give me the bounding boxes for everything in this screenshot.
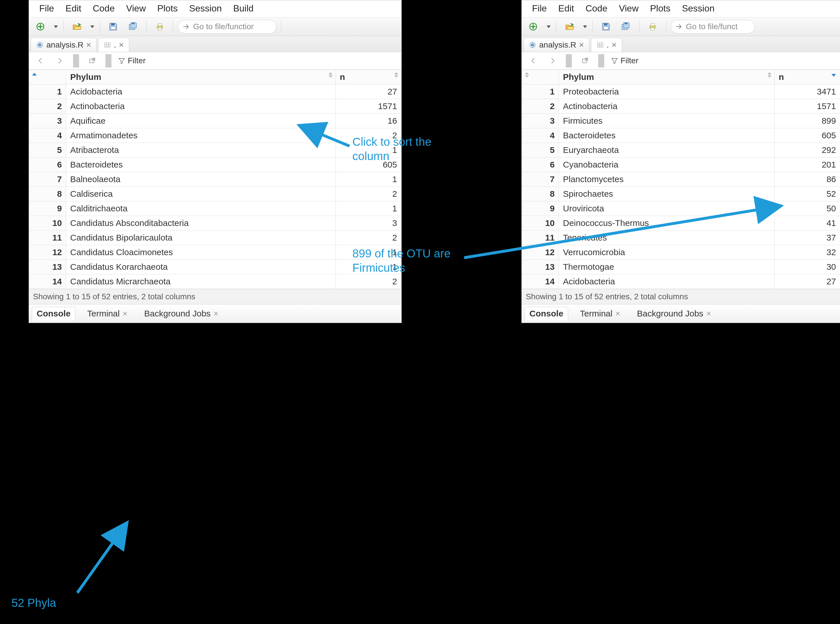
table-row[interactable]: 1Acidobacteria27 bbox=[29, 85, 401, 99]
table-row[interactable]: 11Tenericutes37 bbox=[522, 230, 840, 245]
close-icon[interactable]: × bbox=[616, 309, 620, 318]
col-n[interactable]: n bbox=[775, 70, 840, 85]
table-row[interactable]: 2Actinobacteria1571 bbox=[522, 99, 840, 114]
close-icon[interactable]: × bbox=[123, 309, 128, 318]
table-row[interactable]: 12Candidatus Cloacimonetes1 bbox=[29, 245, 401, 260]
save-all-button[interactable] bbox=[125, 20, 142, 34]
col-n[interactable]: n bbox=[336, 70, 401, 85]
col-phylum[interactable]: Phylum bbox=[559, 70, 775, 85]
table-row[interactable]: 9Uroviricota50 bbox=[522, 201, 840, 216]
open-file-button[interactable] bbox=[68, 20, 85, 34]
filter-button[interactable]: Filter bbox=[116, 54, 147, 68]
save-button[interactable] bbox=[597, 20, 614, 34]
menu-code[interactable]: Code bbox=[93, 3, 115, 14]
save-all-button[interactable] bbox=[617, 20, 634, 34]
menu-build[interactable]: Build bbox=[233, 3, 254, 14]
menu-view[interactable]: View bbox=[126, 3, 146, 14]
col-rownum[interactable] bbox=[29, 70, 66, 85]
tab-terminal[interactable]: Terminal × bbox=[575, 307, 625, 320]
close-icon[interactable]: × bbox=[86, 40, 91, 49]
table-row[interactable]: 10Candidatus Absconditabacteria3 bbox=[29, 216, 401, 230]
table-row[interactable]: 11Candidatus Bipolaricaulota2 bbox=[29, 230, 401, 245]
tab-terminal[interactable]: Terminal × bbox=[82, 307, 132, 320]
cell-n: 16 bbox=[336, 114, 401, 128]
table-row[interactable]: 3Firmicutes899 bbox=[522, 114, 840, 128]
menu-code[interactable]: Code bbox=[586, 3, 608, 14]
new-file-button[interactable] bbox=[524, 20, 542, 34]
arrow-left-icon bbox=[529, 57, 537, 65]
table-row[interactable]: 4Bacteroidetes605 bbox=[522, 128, 840, 143]
print-button[interactable] bbox=[151, 20, 169, 34]
menu-session[interactable]: Session bbox=[682, 3, 715, 14]
goto-file-input[interactable]: Go to file/funct bbox=[671, 20, 755, 34]
table-row[interactable]: 8Spirochaetes52 bbox=[522, 187, 840, 201]
tab-data-viewer[interactable]: . × bbox=[98, 38, 129, 52]
new-file-button[interactable] bbox=[32, 20, 49, 34]
close-icon[interactable]: × bbox=[213, 309, 218, 318]
cell-phylum: Spirochaetes bbox=[559, 187, 775, 201]
back-button[interactable] bbox=[32, 54, 49, 68]
goto-file-input[interactable]: Go to file/functior bbox=[178, 20, 277, 34]
menu-plots[interactable]: Plots bbox=[650, 3, 670, 14]
menu-plots[interactable]: Plots bbox=[157, 3, 178, 14]
col-rownum[interactable] bbox=[522, 70, 559, 85]
table-row[interactable]: 6Cyanobacteria201 bbox=[522, 158, 840, 172]
table-row[interactable]: 10Deinococcus-Thermus41 bbox=[522, 216, 840, 230]
row-number: 7 bbox=[29, 172, 66, 187]
menu-edit[interactable]: Edit bbox=[558, 3, 574, 14]
row-number: 1 bbox=[522, 85, 559, 99]
table-row[interactable]: 9Calditrichaeota1 bbox=[29, 201, 401, 216]
popout-button[interactable] bbox=[84, 54, 101, 68]
table-row[interactable]: 6Bacteroidetes605 bbox=[29, 158, 401, 172]
tab-background-jobs[interactable]: Background Jobs × bbox=[139, 307, 223, 320]
table-row[interactable]: 7Balneolaeota1 bbox=[29, 172, 401, 187]
menu-session[interactable]: Session bbox=[189, 3, 222, 14]
open-file-dropdown[interactable] bbox=[88, 20, 95, 34]
row-number: 7 bbox=[522, 172, 559, 187]
close-icon[interactable]: × bbox=[119, 40, 124, 49]
table-row[interactable]: 2Actinobacteria1571 bbox=[29, 99, 401, 114]
table-row[interactable]: 5Euryarchaeota292 bbox=[522, 143, 840, 158]
open-file-dropdown[interactable] bbox=[581, 20, 588, 34]
tab-console[interactable]: Console bbox=[32, 307, 75, 320]
col-phylum[interactable]: Phylum bbox=[66, 70, 336, 85]
table-row[interactable]: 3Aquificae16 bbox=[29, 114, 401, 128]
forward-button[interactable] bbox=[51, 54, 68, 68]
menu-view[interactable]: View bbox=[619, 3, 639, 14]
table-row[interactable]: 4Armatimonadetes2 bbox=[29, 128, 401, 143]
close-icon[interactable]: × bbox=[612, 40, 616, 49]
table-row[interactable]: 13Thermotogae30 bbox=[522, 260, 840, 274]
tab-analysis-r[interactable]: R analysis.R × bbox=[523, 38, 589, 52]
table-row[interactable]: 7Planctomycetes86 bbox=[522, 172, 840, 187]
open-file-button[interactable] bbox=[561, 20, 578, 34]
table-row[interactable]: 5Atribacterota1 bbox=[29, 143, 401, 158]
new-file-dropdown[interactable] bbox=[545, 20, 552, 34]
menu-file[interactable]: File bbox=[532, 3, 547, 14]
table-row[interactable]: 12Verrucomicrobia32 bbox=[522, 245, 840, 260]
new-file-dropdown[interactable] bbox=[52, 20, 59, 34]
tab-data-viewer[interactable]: . × bbox=[591, 38, 622, 52]
table-row[interactable]: 1Proteobacteria3471 bbox=[522, 85, 840, 99]
tab-console[interactable]: Console bbox=[524, 307, 568, 320]
close-icon[interactable]: × bbox=[706, 309, 712, 318]
menu-edit[interactable]: Edit bbox=[66, 3, 81, 14]
filter-button[interactable]: Filter bbox=[609, 54, 640, 68]
tab-label: Terminal bbox=[580, 309, 612, 318]
popout-button[interactable] bbox=[576, 54, 594, 68]
table-row[interactable]: 14Candidatus Micrarchaeota2 bbox=[29, 274, 401, 289]
tab-analysis-r[interactable]: R analysis.R × bbox=[31, 38, 97, 52]
table-row[interactable]: 8Caldiserica2 bbox=[29, 187, 401, 201]
table-row[interactable]: 13Candidatus Korarchaeota1 bbox=[29, 260, 401, 274]
tab-background-jobs[interactable]: Background Jobs × bbox=[632, 307, 716, 320]
cell-n: 30 bbox=[775, 260, 840, 274]
forward-button[interactable] bbox=[544, 54, 561, 68]
menu-file[interactable]: File bbox=[39, 3, 54, 14]
printer-icon bbox=[648, 22, 657, 31]
col-label: n bbox=[340, 72, 345, 82]
table-row[interactable]: 14Acidobacteria27 bbox=[522, 274, 840, 289]
print-button[interactable] bbox=[644, 20, 661, 34]
save-button[interactable] bbox=[105, 20, 122, 34]
close-icon[interactable]: × bbox=[579, 40, 583, 49]
back-button[interactable] bbox=[524, 54, 542, 68]
row-number: 1 bbox=[29, 85, 66, 99]
